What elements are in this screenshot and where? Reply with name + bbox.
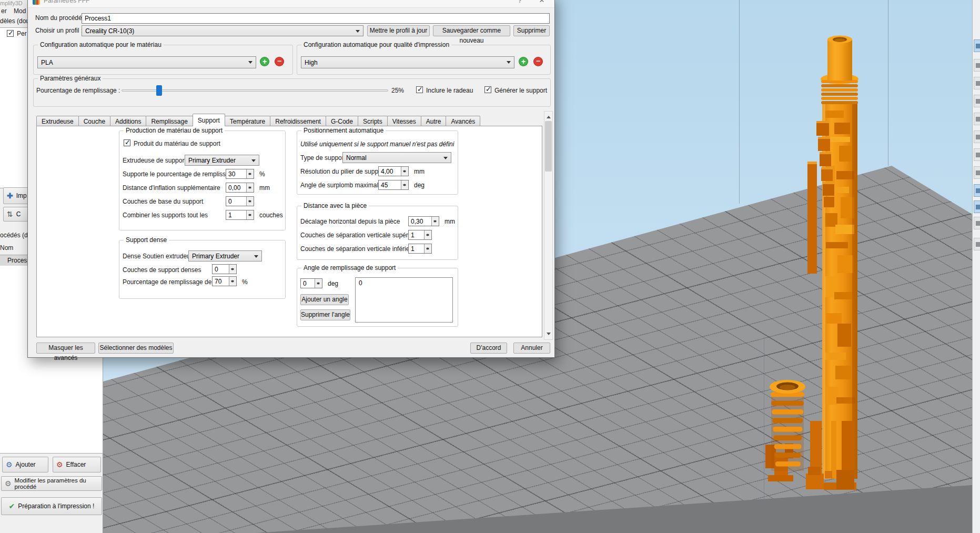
spinner-arrows[interactable] — [424, 230, 431, 239]
upper-separation-spinner[interactable]: 1 — [408, 230, 432, 240]
angle-list-item[interactable]: 0 — [359, 279, 449, 287]
model-item-label: Per — [17, 30, 27, 38]
add-angle-button[interactable]: Ajouter un angle — [300, 294, 349, 305]
angle-spinner[interactable]: 0 — [300, 278, 322, 288]
tab-support[interactable]: Support — [193, 114, 225, 126]
dense-extruder-select[interactable]: Primary Extruder — [188, 250, 262, 262]
remove-quality-button[interactable] — [533, 57, 543, 66]
support-extruder-select[interactable]: Primary Extruder — [185, 155, 259, 166]
profile-select[interactable]: Creality CR-10(3) — [82, 25, 363, 36]
support-base-layers-spinner[interactable]: 0 — [226, 196, 254, 206]
toolbar-button-cut[interactable] — [974, 148, 980, 161]
add-process-label: Ajouter — [16, 461, 36, 468]
material-select[interactable]: PLA — [37, 56, 256, 68]
spinner-arrows[interactable] — [315, 279, 322, 288]
dense-infill-spinner[interactable]: 70 — [212, 276, 237, 286]
menu-fragment[interactable]: er — [1, 7, 7, 15]
spinner-arrows[interactable] — [246, 197, 254, 206]
scroll-up-icon[interactable] — [547, 114, 551, 118]
help-button[interactable]: ? — [510, 0, 529, 7]
remove-angle-button[interactable]: Supprimer l'angle — [300, 309, 350, 320]
pillar-resolution-unit: mm — [414, 168, 425, 175]
spinner-arrows[interactable] — [424, 244, 431, 253]
delete-profile-button[interactable]: Supprimer — [513, 25, 550, 36]
ok-button[interactable]: D'accord — [470, 343, 507, 354]
max-overhang-label: Angle de surplomb maximal — [300, 182, 378, 189]
dialog-scrollbar[interactable] — [544, 111, 553, 340]
edit-process-settings-button[interactable]: ⚙ Modifier les paramètres du procédé — [1, 476, 102, 491]
toolbar-button-cut[interactable] — [974, 200, 980, 213]
support-infill-label: Supporte le pourcentage de remplissage — [123, 170, 236, 178]
process-name-label: Nom du procédé : — [35, 14, 85, 22]
lower-separation-spinner[interactable]: 1 — [408, 244, 432, 254]
support-infill-spinner[interactable]: 30 — [226, 169, 254, 179]
process-name-input[interactable]: Process1 — [82, 13, 550, 24]
add-process-button[interactable]: ⚙ Ajouter — [2, 457, 48, 472]
max-overhang-spinner[interactable]: 45 — [378, 180, 409, 190]
toolbar-button-cut[interactable] — [974, 130, 980, 143]
spinner-arrows[interactable] — [229, 277, 236, 286]
prepare-to-print-button[interactable]: ✔ Préparation à l'impression ! — [1, 497, 102, 515]
model-visible-checkbox[interactable] — [7, 30, 14, 37]
dialog-titlebar[interactable]: Paramètres FFF ? ✕ — [28, 0, 554, 8]
spinner-arrows[interactable] — [246, 169, 254, 178]
scrollbar-thumb[interactable] — [545, 121, 552, 172]
generate-support-checkbox[interactable] — [484, 86, 491, 93]
combine-supports-spinner[interactable]: 1 — [226, 210, 254, 220]
hide-advanced-button[interactable]: Masquer les avancés — [36, 343, 95, 354]
horizontal-offset-spinner[interactable]: 0,30 — [408, 216, 439, 226]
include-raft-checkbox[interactable] — [416, 86, 423, 93]
toolbar-button-cut[interactable] — [974, 166, 980, 179]
pillar-resolution-spinner[interactable]: 4,00 — [378, 166, 409, 176]
inflation-distance-unit: mm — [259, 184, 270, 192]
inflation-distance-spinner[interactable]: 0,00 — [226, 183, 254, 193]
edit-process-settings-label: Modifier les paramètres du procédé — [15, 477, 98, 490]
generate-support-material-checkbox[interactable] — [124, 139, 130, 146]
toolbar-button-cut[interactable] — [974, 39, 980, 52]
generate-support-label: Générer le support — [494, 87, 547, 95]
support-tab-panel — [36, 126, 542, 337]
menu-fragment[interactable]: Mod — [14, 7, 26, 15]
spinner-arrows[interactable] — [401, 180, 408, 189]
add-material-button[interactable] — [260, 57, 269, 66]
toolbar-button-cut[interactable] — [974, 113, 980, 125]
model-3d-tower[interactable] — [757, 29, 873, 497]
toolbar-button-cut[interactable] — [974, 217, 980, 229]
inflation-distance-label: Distance d'inflation supplémentaire — [123, 184, 220, 192]
spinner-arrows[interactable] — [401, 167, 408, 176]
toolbar-button-cut[interactable] — [974, 77, 980, 89]
delete-process-button[interactable]: ⚙ Effacer — [53, 457, 101, 472]
spinner-arrows[interactable] — [229, 265, 236, 274]
toolbar-button-cut[interactable] — [974, 59, 980, 72]
spinner-arrows[interactable] — [246, 183, 254, 192]
toolbar-button-cut[interactable] — [974, 184, 980, 197]
add-quality-button[interactable] — [519, 57, 528, 66]
infill-slider-thumb[interactable] — [156, 85, 162, 96]
general-group-title: Paramètres généraux — [38, 75, 103, 82]
right-toolbar — [972, 0, 980, 533]
horizontal-offset-unit: mm — [444, 218, 455, 225]
model-spring-part — [765, 380, 805, 481]
toolbar-button-cut[interactable] — [974, 238, 980, 250]
lower-separation-label: Couches de séparation verticale inférieu… — [300, 245, 419, 253]
simplify3d-window: mplify3D er Mod dèles (dou Per ✚ Imp ⇅ C… — [0, 0, 980, 533]
angle-listbox[interactable]: 0 — [355, 277, 453, 323]
select-models-button[interactable]: Sélectionner des modèles — [98, 343, 174, 354]
support-infill-unit: % — [259, 170, 265, 178]
spinner-arrows[interactable] — [431, 217, 439, 226]
save-as-new-button[interactable]: Sauvegarder comme nouveau — [433, 25, 510, 36]
spinner-arrows[interactable] — [246, 210, 254, 219]
support-type-select[interactable]: Normal — [342, 152, 451, 163]
import-plus-cube-icon: ✚ — [7, 192, 13, 199]
remove-material-button[interactable] — [275, 57, 284, 66]
update-profile-button[interactable]: Mettre le profil à jour — [367, 25, 430, 36]
dense-layers-spinner[interactable]: 0 — [212, 264, 237, 274]
material-group-title: Configuration automatique pour le matéri… — [38, 41, 164, 48]
support-infill-angles-title: Angle de remplissage de support — [301, 264, 398, 271]
scroll-down-icon[interactable] — [547, 333, 551, 337]
close-button[interactable]: ✕ — [532, 0, 551, 7]
quality-select[interactable]: High — [301, 56, 514, 68]
toolbar-button-cut[interactable] — [974, 95, 980, 107]
model-tower-part — [821, 36, 858, 479]
cancel-button[interactable]: Annuler — [513, 343, 550, 354]
